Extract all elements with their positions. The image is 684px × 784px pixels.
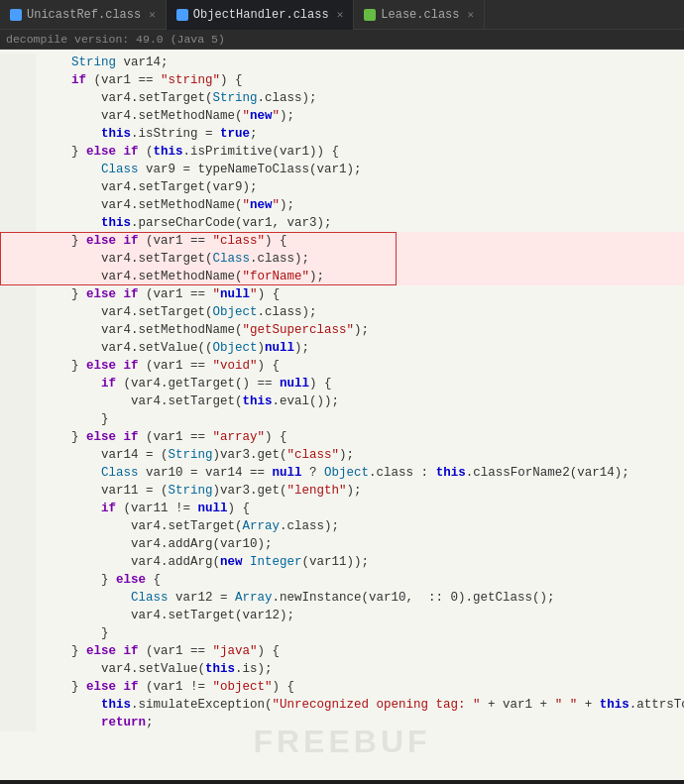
table-row: var14 = (String)var3.get("class"); bbox=[0, 446, 684, 464]
tab-lease[interactable]: Lease.class ✕ bbox=[354, 0, 485, 30]
line-content: } else { bbox=[36, 571, 161, 589]
table-row: } else if (var1 == "class") { bbox=[0, 232, 684, 250]
line-number bbox=[0, 71, 36, 89]
tab-close-lease[interactable]: ✕ bbox=[468, 8, 475, 21]
tab-close-unicastref[interactable]: ✕ bbox=[149, 8, 156, 21]
line-content: } else if (var1 != "object") { bbox=[36, 678, 294, 696]
table-row: } else if (var1 == "null") { bbox=[0, 285, 684, 303]
version-bar: decompile version: 49.0 (Java 5) bbox=[0, 30, 684, 50]
table-row: } bbox=[0, 624, 684, 642]
line-number bbox=[0, 250, 36, 268]
line-number bbox=[0, 161, 36, 178]
line-number bbox=[0, 517, 36, 535]
line-content: } else if (var1 == "java") { bbox=[36, 642, 280, 660]
line-number bbox=[0, 196, 36, 214]
table-row: var4.addArg(new Integer(var11)); bbox=[0, 553, 684, 571]
table-row: if (var1 == "string") { bbox=[0, 71, 684, 89]
line-content: } bbox=[36, 624, 109, 642]
table-row: var4.setTarget(var12); bbox=[0, 607, 684, 624]
line-number bbox=[0, 303, 36, 321]
line-number bbox=[0, 535, 36, 553]
table-row: var4.setTarget(this.eval()); bbox=[0, 392, 684, 410]
line-content: } bbox=[36, 410, 109, 428]
line-content: var4.addArg(new Integer(var11)); bbox=[36, 553, 369, 571]
table-row: } else { bbox=[0, 571, 684, 589]
line-number bbox=[0, 446, 36, 464]
line-number bbox=[0, 482, 36, 500]
line-number bbox=[0, 660, 36, 678]
line-content: var4.setMethodName("getSuperclass"); bbox=[36, 321, 369, 339]
line-content: var4.setMethodName("new"); bbox=[36, 107, 294, 125]
table-row: } else if (var1 == "void") { bbox=[0, 357, 684, 375]
line-content: if (var11 != null) { bbox=[36, 500, 250, 517]
line-content: } else if (var1 == "void") { bbox=[36, 357, 280, 375]
code-lines: String var14; if (var1 == "string") { va… bbox=[0, 50, 684, 735]
line-content: } else if (var1 == "class") { bbox=[36, 232, 287, 250]
line-content: var4.setValue(this.is); bbox=[36, 660, 273, 678]
tab-objecthandler[interactable]: ObjectHandler.class ✕ bbox=[167, 0, 354, 30]
line-number bbox=[0, 571, 36, 589]
table-row: Class var10 = var14 == null ? Object.cla… bbox=[0, 464, 684, 482]
line-content: } else if (var1 == "array") { bbox=[36, 428, 287, 446]
line-number bbox=[0, 428, 36, 446]
tab-icon-objecthandler bbox=[176, 9, 188, 21]
tab-bar: UnicastRef.class ✕ ObjectHandler.class ✕… bbox=[0, 0, 684, 30]
table-row: } bbox=[0, 410, 684, 428]
line-content: Class var9 = typeNameToClass(var1); bbox=[36, 161, 362, 178]
tab-close-objecthandler[interactable]: ✕ bbox=[337, 8, 344, 21]
line-number bbox=[0, 357, 36, 375]
line-number bbox=[0, 268, 36, 285]
table-row: this.parseCharCode(var1, var3); bbox=[0, 214, 684, 232]
tab-label-objecthandler: ObjectHandler.class bbox=[193, 8, 329, 22]
app-window: UnicastRef.class ✕ ObjectHandler.class ✕… bbox=[0, 0, 684, 780]
table-row: if (var11 != null) { bbox=[0, 500, 684, 517]
line-number bbox=[0, 607, 36, 624]
line-number bbox=[0, 410, 36, 428]
line-content: return; bbox=[36, 714, 154, 731]
line-content: var4.setMethodName("forName"); bbox=[36, 268, 324, 285]
line-content: var4.setTarget(String.class); bbox=[36, 89, 317, 107]
line-number bbox=[0, 321, 36, 339]
line-content: String var14; bbox=[36, 54, 169, 71]
table-row: var4.setMethodName("getSuperclass"); bbox=[0, 321, 684, 339]
line-number bbox=[0, 375, 36, 392]
table-row: this.isString = true; bbox=[0, 125, 684, 143]
version-text: decompile version: 49.0 (Java 5) bbox=[6, 33, 225, 46]
line-content: this.isString = true; bbox=[36, 125, 258, 143]
line-content: } else if (var1 == "null") { bbox=[36, 285, 280, 303]
line-number bbox=[0, 624, 36, 642]
line-number bbox=[0, 696, 36, 714]
line-content: var4.setTarget(Class.class); bbox=[36, 250, 309, 268]
line-content: var4.setTarget(Object.class); bbox=[36, 303, 317, 321]
code-content[interactable]: String var14; if (var1 == "string") { va… bbox=[0, 50, 684, 780]
line-number bbox=[0, 107, 36, 125]
line-number bbox=[0, 642, 36, 660]
line-number bbox=[0, 553, 36, 571]
line-number bbox=[0, 714, 36, 731]
table-row: } else if (var1 != "object") { bbox=[0, 678, 684, 696]
table-row: var4.setMethodName("new"); bbox=[0, 196, 684, 214]
table-row: var4.setTarget(String.class); bbox=[0, 89, 684, 107]
line-number bbox=[0, 678, 36, 696]
tab-icon-lease bbox=[364, 9, 376, 21]
line-number bbox=[0, 178, 36, 196]
table-row: var4.setTarget(Class.class); bbox=[0, 250, 684, 268]
table-row: var4.setTarget(var9); bbox=[0, 178, 684, 196]
table-row: Class var9 = typeNameToClass(var1); bbox=[0, 161, 684, 178]
line-content: var4.setMethodName("new"); bbox=[36, 196, 294, 214]
line-number bbox=[0, 89, 36, 107]
table-row: return; bbox=[0, 714, 684, 731]
table-row: } else if (this.isPrimitive(var1)) { bbox=[0, 143, 684, 161]
table-row: var4.setValue((Object)null); bbox=[0, 339, 684, 357]
line-number bbox=[0, 214, 36, 232]
tab-label-lease: Lease.class bbox=[381, 8, 459, 22]
tab-unicastref[interactable]: UnicastRef.class ✕ bbox=[0, 0, 167, 30]
line-content: if (var1 == "string") { bbox=[36, 71, 243, 89]
line-number bbox=[0, 143, 36, 161]
line-content: var4.setTarget(var12); bbox=[36, 607, 294, 624]
code-area: String var14; if (var1 == "string") { va… bbox=[0, 50, 684, 780]
line-content: var4.setValue((Object)null); bbox=[36, 339, 309, 357]
table-row: var4.setValue(this.is); bbox=[0, 660, 684, 678]
line-content: Class var10 = var14 == null ? Object.cla… bbox=[36, 464, 629, 482]
table-row: var4.addArg(var10); bbox=[0, 535, 684, 553]
